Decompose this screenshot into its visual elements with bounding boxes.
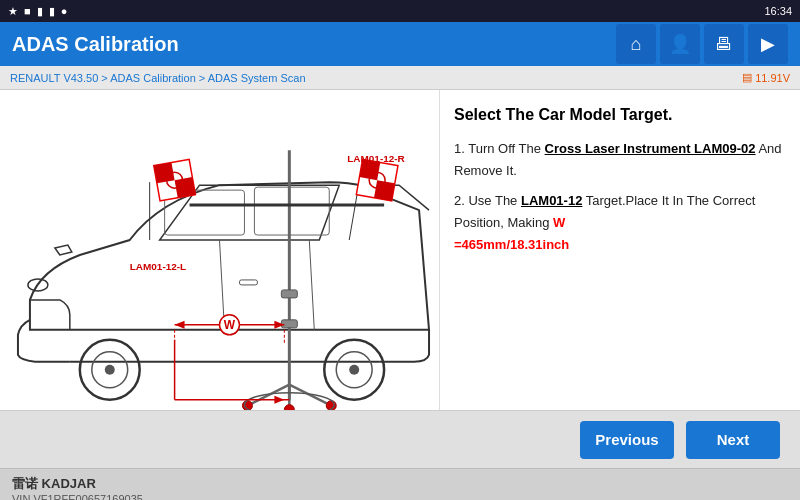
footer-info: 雷诺 KADJAR VIN VF1RFE00657169035	[0, 468, 800, 500]
status-right: 16:34	[764, 5, 792, 17]
home-button[interactable]: ⌂	[616, 24, 656, 64]
header: ADAS Calibration ⌂ 👤 🖶 ▶	[0, 22, 800, 66]
svg-line-21	[249, 385, 289, 405]
label-left: LAM01-12-L	[130, 261, 187, 272]
svg-rect-29	[281, 320, 297, 328]
svg-line-22	[289, 385, 329, 405]
step2-measurement: =465mm/18.31inch	[454, 237, 569, 252]
step2-target: LAM01-12	[521, 193, 582, 208]
calibration-diagram: W L LAM01-12-R LAM01-12-L	[0, 90, 439, 410]
svg-marker-37	[274, 396, 284, 404]
vin-display: VIN VF1RFE00657169035	[12, 493, 788, 501]
status-icons: ★ ■ ▮ ▮ ●	[8, 5, 67, 18]
voltage-display: ▤ 11.91V	[742, 71, 790, 84]
person-button[interactable]: 👤	[660, 24, 700, 64]
next-button[interactable]: Next	[686, 421, 780, 459]
status-bar: ★ ■ ▮ ▮ ● 16:34	[0, 0, 800, 22]
step1-instrument: Cross Laser Instrument LAM09-02	[545, 141, 756, 156]
notification-icon: ●	[61, 5, 68, 17]
svg-point-26	[284, 405, 294, 410]
previous-button[interactable]: Previous	[580, 421, 674, 459]
svg-point-8	[349, 365, 359, 375]
instruction-body: 1. Turn Off The Cross Laser Instrument L…	[454, 138, 786, 256]
step2-prefix: 2. Use The	[454, 193, 521, 208]
svg-rect-1	[254, 187, 329, 235]
main-content: W L LAM01-12-R LAM01-12-L Select The Car…	[0, 90, 800, 410]
instruction-area: Select The Car Model Target. 1. Turn Off…	[440, 90, 800, 410]
breadcrumb: RENAULT V43.50 > ADAS Calibration > ADAS…	[10, 72, 306, 84]
battery-small-icon: ▤	[742, 71, 752, 84]
instruction-title: Select The Car Model Target.	[454, 106, 786, 124]
export-button[interactable]: ▶	[748, 24, 788, 64]
diagram-area: W L LAM01-12-R LAM01-12-L	[0, 90, 440, 410]
signal-icon: ▮	[49, 5, 55, 18]
svg-point-5	[105, 365, 115, 375]
print-button[interactable]: 🖶	[704, 24, 744, 64]
calibration-stand	[154, 150, 398, 410]
step1-prefix: 1. Turn Off The	[454, 141, 545, 156]
step2-w: W	[553, 215, 565, 230]
w-dimension: W	[175, 315, 285, 335]
svg-marker-31	[175, 321, 185, 329]
header-icon-group: ⌂ 👤 🖶 ▶	[616, 24, 788, 64]
svg-text:W: W	[224, 318, 236, 332]
bluetooth-icon: ★	[8, 5, 18, 18]
car-silhouette	[18, 182, 429, 400]
wifi-icon: ■	[24, 5, 31, 17]
car-name: 雷诺 KADJAR	[12, 475, 788, 493]
breadcrumb-bar: RENAULT V43.50 > ADAS Calibration > ADAS…	[0, 66, 800, 90]
svg-rect-28	[281, 290, 297, 298]
action-bar: Previous Next	[0, 410, 800, 468]
time-display: 16:34	[764, 5, 792, 17]
header-title: ADAS Calibration	[12, 33, 179, 56]
label-right: LAM01-12-R	[347, 153, 405, 164]
svg-rect-10	[239, 280, 257, 285]
battery-icon: ▮	[37, 5, 43, 18]
